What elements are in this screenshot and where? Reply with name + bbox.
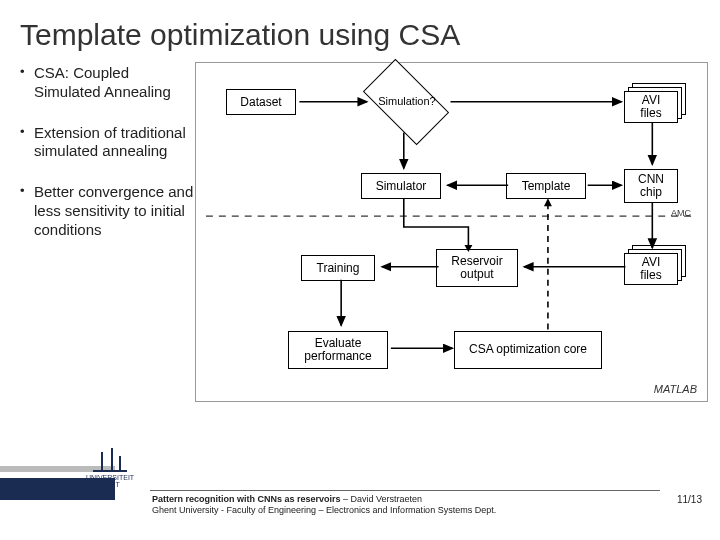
box-cnn-chip: CNN chip xyxy=(624,169,678,203)
flowchart-diagram: Dataset Simulation? AVI files Simulator … xyxy=(195,62,708,402)
footer-title-bold: Pattern recognition with CNNs as reservo… xyxy=(152,494,341,504)
slide-title: Template optimization using CSA xyxy=(0,0,720,62)
logo-text-line1: UNIVERSITEIT xyxy=(86,474,134,481)
bullet-item: Extension of traditional simulated annea… xyxy=(20,124,195,162)
footer-text: Pattern recognition with CNNs as reservo… xyxy=(152,494,496,516)
footer-rule xyxy=(150,490,660,491)
bullet-item: Better convergence and less sensitivity … xyxy=(20,183,195,239)
footer-affiliation: Ghent University - Faculty of Engineerin… xyxy=(152,505,496,515)
diamond-simulation-label: Simulation? xyxy=(362,95,452,107)
box-training: Training xyxy=(301,255,375,281)
box-simulator: Simulator xyxy=(361,173,441,199)
box-csa-core: CSA optimization core xyxy=(454,331,602,369)
bullet-list: CSA: Coupled Simulated Annealing Extensi… xyxy=(20,62,195,402)
logo-text-line2: GENT xyxy=(100,481,119,488)
footer-author: – David Verstraeten xyxy=(341,494,423,504)
label-matlab: MATLAB xyxy=(654,383,697,395)
slide-content: CSA: Coupled Simulated Annealing Extensi… xyxy=(0,62,720,402)
box-evaluate: Evaluate performance xyxy=(288,331,388,369)
box-avi-bottom: AVI files xyxy=(624,253,678,285)
label-amc: AMC xyxy=(671,208,691,218)
page-number: 11/13 xyxy=(677,494,702,505)
bullet-item: CSA: Coupled Simulated Annealing xyxy=(20,64,195,102)
svg-marker-13 xyxy=(544,198,552,206)
box-template: Template xyxy=(506,173,586,199)
box-reservoir-output: Reservoir output xyxy=(436,249,518,287)
box-dataset: Dataset xyxy=(226,89,296,115)
slide-footer: UNIVERSITEIT GENT Pattern recognition wi… xyxy=(0,450,720,540)
university-logo: UNIVERSITEIT GENT xyxy=(80,450,140,495)
box-avi-top: AVI files xyxy=(624,91,678,123)
